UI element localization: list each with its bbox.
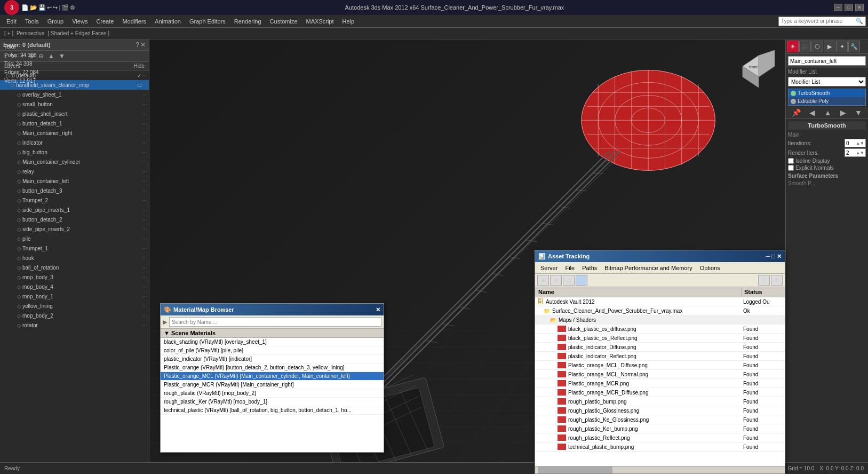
restore-button[interactable]: □ — [845, 4, 853, 11]
undo-icon[interactable]: ↩ — [47, 4, 52, 11]
list-item[interactable]: ◇ Main_container_right ··· — [0, 128, 149, 138]
list-item[interactable]: ◇ side_pipe_inserts_2 ··· — [0, 224, 149, 234]
at-row-img[interactable]: rough_plastic_Ke_Glossiness.png Found — [535, 415, 785, 424]
mb-material-row[interactable]: Plastic_orange (VRayMtl) [button_detach_… — [161, 364, 384, 372]
nav-pin-icon[interactable]: 📌 — [792, 108, 801, 117]
at-tool-4[interactable]: ☰ — [576, 275, 587, 286]
asset-tracking-scrollbar[interactable] — [535, 466, 785, 473]
at-row-img[interactable]: rough_plastic_bump.png Found — [535, 397, 785, 406]
redo-icon[interactable]: ↪ — [53, 4, 58, 11]
list-item[interactable]: ◇ relay ··· — [0, 167, 149, 176]
at-row-img[interactable]: plastic_indicator_Diffuse.png Found — [535, 343, 785, 352]
list-item[interactable]: ◇ mop_body_1 ··· — [0, 291, 149, 301]
list-item[interactable]: ◇ mop_body_4 ··· — [0, 282, 149, 291]
mb-close[interactable]: ✕ — [376, 306, 380, 313]
at-restore[interactable]: □ — [771, 253, 775, 260]
panel-icon-light[interactable]: ☀ — [787, 41, 799, 52]
list-item[interactable]: ◇ overlay_sheet_1 ··· — [0, 90, 149, 99]
at-row-img[interactable]: Plastic_orange_MCL_Diffuse.png Found — [535, 361, 785, 370]
list-item[interactable]: ◇ pile ··· — [0, 234, 149, 243]
layers-list[interactable]: ▷ 0 (default) ✓ ··· ▷ handheld_steam_cle… — [0, 70, 149, 468]
modifier-editablepoly[interactable]: Editable Poly — [789, 97, 865, 105]
nav-arrow-up[interactable]: ▲ — [824, 108, 832, 117]
list-item[interactable]: ◇ big_button ··· — [0, 147, 149, 157]
save-icon[interactable]: 💾 — [38, 4, 46, 11]
mb-material-row[interactable]: rough_plastic_Ker (VRayMtl) [mop_body_1] — [161, 398, 384, 406]
menu-tools[interactable]: Tools — [21, 17, 43, 26]
object-name-input[interactable] — [788, 56, 866, 66]
menu-edit[interactable]: Edit — [2, 17, 21, 26]
mb-material-row[interactable]: plastic_indicator (VRayMtl) [indicator] — [161, 355, 384, 364]
menu-animation[interactable]: Animation — [150, 17, 185, 26]
at-menu-options[interactable]: Options — [697, 264, 723, 272]
nav-arrow-left[interactable]: ◀ — [809, 108, 815, 117]
list-item[interactable]: ◇ Trumpet_2 ··· — [0, 195, 149, 205]
search-box[interactable]: 🔍 — [778, 17, 866, 26]
menu-help[interactable]: Help — [338, 17, 359, 26]
help-button[interactable]: ? — [136, 41, 139, 49]
list-item[interactable]: ◇ button_detach_1 ··· — [0, 118, 149, 128]
panel-icon-geo[interactable]: ⬡ — [811, 41, 823, 52]
nav-arrow-down[interactable]: ▼ — [855, 108, 862, 117]
close-button[interactable]: ✕ — [855, 4, 864, 11]
menu-create[interactable]: Create — [92, 17, 118, 26]
modifier-turbosmooth[interactable]: TurboSmooth — [789, 89, 865, 97]
at-tool-3[interactable]: 🗂 — [563, 275, 575, 286]
new-icon[interactable]: 📄 — [21, 4, 29, 11]
at-menu-paths[interactable]: Paths — [579, 264, 600, 272]
list-item[interactable]: ◇ Main_container_left ··· — [0, 176, 149, 186]
render-icon[interactable]: 🎬 — [61, 4, 69, 11]
panel-icon-cam[interactable]: 🎥 — [799, 41, 811, 52]
at-row-img[interactable]: rough_plastic_Glossiness.png Found — [535, 406, 785, 415]
panel-icon-anim[interactable]: ▶ — [824, 41, 835, 52]
explicit-normals-checkbox[interactable] — [788, 165, 794, 171]
panel-icon-particles[interactable]: ✦ — [836, 41, 848, 52]
menu-rendering[interactable]: Rendering — [230, 17, 266, 26]
list-item[interactable]: ◇ Main_container_cylinder ··· — [0, 157, 149, 167]
list-item[interactable]: ◇ rotator ··· — [0, 320, 149, 330]
menu-modifiers[interactable]: Modifiers — [118, 17, 150, 26]
mb-material-row[interactable]: technical_plastic (VRayMtl) [ball_of_rot… — [161, 406, 384, 415]
at-close[interactable]: ✕ — [777, 253, 782, 260]
list-item[interactable]: ◇ Trumpet_1 ··· — [0, 243, 149, 253]
list-item[interactable]: ◇ plastic_shell_insert ··· — [0, 109, 149, 118]
material-browser-window[interactable]: 🎨 Material/Map Browser ✕ ▶ ▼ Scene Mater… — [160, 303, 384, 453]
at-tool-refresh[interactable]: ↻ — [771, 275, 783, 286]
mb-material-row[interactable]: rough_plastic (VRayMtl) [mop_body_2] — [161, 389, 384, 398]
list-item[interactable]: ◇ mop_body_3 ··· — [0, 272, 149, 282]
list-item[interactable]: ◇ side_pipe_inserts_1 ··· — [0, 205, 149, 215]
mb-material-row[interactable]: Plastic_orange_MCR (VRayMtl) [Main_conta… — [161, 381, 384, 389]
layers-tool-4[interactable]: ⊕ — [27, 52, 36, 60]
list-item[interactable]: ◇ yellow_lining ··· — [0, 301, 149, 311]
mb-material-row[interactable]: black_shading (VRayMtl) [overlay_sheet_1… — [161, 338, 384, 346]
modifier-dropdown[interactable]: Modifier List — [788, 77, 866, 86]
at-tool-1[interactable]: ⊞ — [537, 275, 549, 286]
menu-maxscript[interactable]: MAXScript — [302, 17, 338, 26]
at-row-img[interactable]: black_plastic_os_diffuse.png Found — [535, 325, 785, 334]
at-row-img[interactable]: black_plastic_os_Reflect.png Found — [535, 334, 785, 343]
at-row-img[interactable]: Plastic_orange_MCL_Normal.png Found — [535, 370, 785, 379]
menu-views[interactable]: Views — [68, 17, 92, 26]
asset-tracking-titlebar[interactable]: 📊 Asset Tracking ─ □ ✕ — [535, 250, 785, 262]
layers-tool-3[interactable]: + — [19, 52, 26, 60]
list-item[interactable]: ▷ 0 (default) ✓ ··· — [0, 70, 149, 80]
panel-icon-util[interactable]: 🔧 — [848, 41, 860, 52]
mb-search-input[interactable] — [169, 317, 381, 327]
material-browser-list[interactable]: black_shading (VRayMtl) [overlay_sheet_1… — [161, 338, 384, 452]
at-row-img[interactable]: rough_plastic_Ker_bump.png Found — [535, 424, 785, 433]
at-menu-bitmap[interactable]: Bitmap Performance and Memory — [601, 264, 695, 272]
mb-material-row[interactable]: color_of_pile (VRayMtl) [pile, pile] — [161, 346, 384, 355]
at-menu-server[interactable]: Server — [537, 264, 561, 272]
close-layers-button[interactable]: ✕ — [140, 41, 146, 49]
at-row-maxfile[interactable]: 📁 Surface_Cleaner_And_Power_Scrubber_Fur… — [535, 306, 785, 315]
at-row-img[interactable]: technical_plastic_bump.png Found — [535, 443, 785, 452]
list-item[interactable]: ◇ button_detach_3 ··· — [0, 186, 149, 195]
layers-tool-1[interactable]: ↕ — [2, 52, 9, 60]
list-item[interactable]: ◇ button_detach_2 ··· — [0, 215, 149, 224]
list-item[interactable]: ◇ ball_of_rotation ··· — [0, 263, 149, 272]
open-icon[interactable]: 📂 — [30, 4, 37, 11]
asset-tracking-window[interactable]: 📊 Asset Tracking ─ □ ✕ Server File Paths… — [535, 250, 785, 474]
nav-arrow-right[interactable]: ▶ — [840, 108, 846, 117]
menu-customize[interactable]: Customize — [266, 17, 302, 26]
at-row-img[interactable]: rough_plastic_Reflect.png Found — [535, 433, 785, 443]
